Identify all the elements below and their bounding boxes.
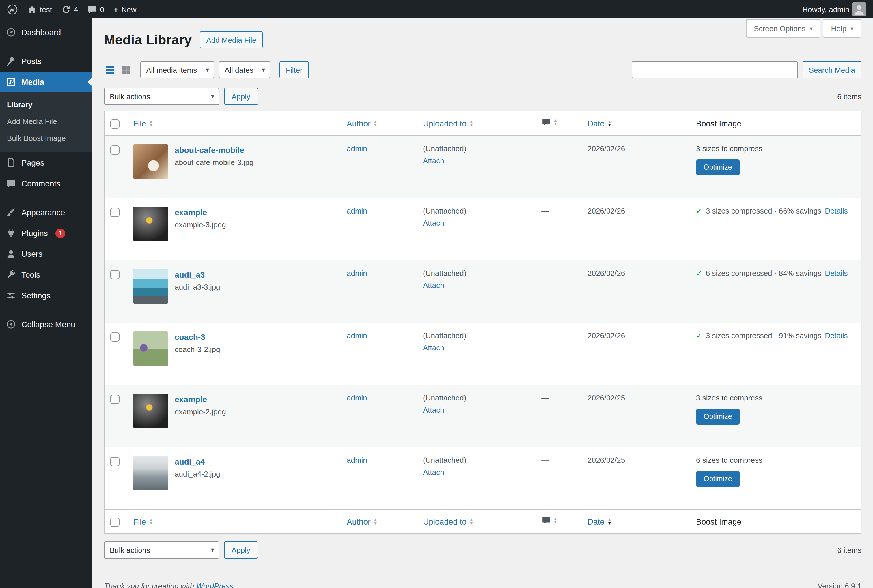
updates-menu[interactable]: 4 <box>61 0 78 18</box>
author-link[interactable]: admin <box>347 331 367 340</box>
sort-arrows-icon: ▲▼ <box>553 517 557 524</box>
media-thumbnail[interactable] <box>133 144 168 179</box>
attach-link[interactable]: Attach <box>423 343 444 352</box>
media-thumbnail[interactable] <box>133 331 168 366</box>
attach-link[interactable]: Attach <box>423 218 444 227</box>
pages-icon <box>6 158 16 168</box>
media-title-link[interactable]: audi_a4 <box>175 457 220 466</box>
sidebar-item-users[interactable]: Users <box>0 243 92 264</box>
media-thumbnail[interactable] <box>133 393 168 428</box>
sidebar-item-media[interactable]: Media <box>0 72 92 92</box>
grid-view-icon[interactable] <box>120 64 132 76</box>
sidebar-item-library[interactable]: Library <box>0 96 92 113</box>
details-link[interactable]: Details <box>825 331 848 340</box>
sidebar-item-pages[interactable]: Pages <box>0 152 92 173</box>
author-link[interactable]: admin <box>347 456 367 464</box>
success-check-icon: ✓ <box>696 206 702 215</box>
help-button[interactable]: Help ▾ <box>823 19 861 38</box>
sidebar-item-add-media-file[interactable]: Add Media File <box>0 113 92 130</box>
details-link[interactable]: Details <box>825 268 848 277</box>
sort-arrows-icon: ▲▼ <box>607 518 612 525</box>
optimize-button[interactable]: Optimize <box>696 408 739 424</box>
admin-sidebar: Dashboard Posts Media Library Add Media … <box>0 18 92 588</box>
sort-arrows-icon: ▲▼ <box>553 119 557 126</box>
media-thumbnail[interactable] <box>133 206 168 241</box>
sort-by-file[interactable]: File ▲▼ <box>133 517 153 526</box>
apply-button[interactable]: Apply <box>224 88 258 105</box>
wordpress-link[interactable]: WordPress <box>196 582 233 588</box>
filter-button[interactable]: Filter <box>279 61 309 78</box>
author-link[interactable]: admin <box>347 206 367 215</box>
search-media-button[interactable]: Search Media <box>802 61 861 78</box>
attach-link[interactable]: Attach <box>423 468 444 476</box>
sort-by-date[interactable]: Date ▲▼ <box>588 517 612 526</box>
attach-link[interactable]: Attach <box>423 281 444 290</box>
media-title-link[interactable]: example <box>175 394 226 404</box>
boost-status: 6 sizes compressed · 84% savings <box>706 268 821 277</box>
sort-by-author[interactable]: Author ▲▼ <box>347 517 377 526</box>
author-link[interactable]: admin <box>347 144 367 153</box>
optimize-button[interactable]: Optimize <box>696 471 739 487</box>
media-title-link[interactable]: example <box>175 207 226 217</box>
sort-by-comments[interactable]: ▲▼ <box>541 118 557 127</box>
select-all-checkbox[interactable] <box>110 518 120 526</box>
tablenav-bottom: Bulk actions ▾ Apply 6 items <box>104 541 861 559</box>
attach-link[interactable]: Attach <box>423 156 444 165</box>
apply-button[interactable]: Apply <box>224 541 258 559</box>
author-link[interactable]: admin <box>347 268 367 277</box>
sidebar-item-plugins[interactable]: Plugins 1 <box>0 223 92 243</box>
table-footer: File ▲▼ Author ▲▼ Uploaded to ▲▼ ▲▼ Date… <box>104 509 861 534</box>
row-checkbox[interactable] <box>110 332 120 341</box>
footer-version: Version 6.9.1 <box>817 582 861 588</box>
sidebar-item-label: Collapse Menu <box>21 320 75 329</box>
uploaded-to-status: (Unattached) <box>423 393 530 402</box>
media-title-link[interactable]: about-cafe-mobile <box>175 146 254 154</box>
menu-separator <box>0 306 92 314</box>
date-filter[interactable]: All dates <box>219 61 270 78</box>
sidebar-item-posts[interactable]: Posts <box>0 51 92 72</box>
sort-by-comments[interactable]: ▲▼ <box>541 516 557 525</box>
sidebar-item-dashboard[interactable]: Dashboard <box>0 22 92 43</box>
sidebar-item-settings[interactable]: Settings <box>0 285 92 306</box>
my-account-menu[interactable]: Howdy, admin <box>802 2 866 16</box>
details-link[interactable]: Details <box>825 206 848 215</box>
new-content-menu[interactable]: + New <box>113 0 137 18</box>
sidebar-item-comments[interactable]: Comments <box>0 173 92 194</box>
sort-by-uploaded-to[interactable]: Uploaded to ▲▼ <box>423 118 473 128</box>
sort-by-author[interactable]: Author ▲▼ <box>347 118 377 128</box>
sort-by-uploaded-to[interactable]: Uploaded to ▲▼ <box>423 517 473 526</box>
row-checkbox[interactable] <box>110 270 120 279</box>
media-type-filter[interactable]: All media items <box>140 61 214 78</box>
author-link[interactable]: admin <box>347 393 367 402</box>
optimize-button[interactable]: Optimize <box>696 159 739 176</box>
media-title-link[interactable]: audi_a3 <box>175 270 220 279</box>
site-name-menu[interactable]: test <box>27 0 52 18</box>
sidebar-item-tools[interactable]: Tools <box>0 264 92 285</box>
media-thumbnail[interactable] <box>133 456 168 490</box>
media-title-link[interactable]: coach-3 <box>175 332 220 341</box>
list-view-icon[interactable] <box>104 64 116 76</box>
sidebar-item-label: Media <box>21 77 44 87</box>
row-checkbox[interactable] <box>110 457 120 466</box>
bulk-actions-select[interactable]: Bulk actions <box>104 88 219 105</box>
comments-menu[interactable]: 0 <box>87 0 104 18</box>
row-checkbox[interactable] <box>110 207 120 217</box>
add-media-file-button[interactable]: Add Media File <box>200 31 262 48</box>
sidebar-item-bulk-boost-image[interactable]: Bulk Boost Image <box>0 130 92 147</box>
upload-date: 2026/02/25 <box>588 393 625 402</box>
row-checkbox[interactable] <box>110 146 120 154</box>
wordpress-logo-menu[interactable] <box>7 0 18 18</box>
bulk-actions-select[interactable]: Bulk actions <box>104 541 219 559</box>
collapse-menu-button[interactable]: Collapse Menu <box>0 314 92 334</box>
select-all-checkbox[interactable] <box>110 119 120 128</box>
sort-by-date[interactable]: Date ▲▼ <box>588 118 612 128</box>
sidebar-item-appearance[interactable]: Appearance <box>0 202 92 223</box>
attach-link[interactable]: Attach <box>423 405 444 414</box>
tools-icon <box>6 270 16 280</box>
boost-status: 3 sizes to compress <box>696 393 855 402</box>
row-checkbox[interactable] <box>110 394 120 404</box>
sort-by-file[interactable]: File ▲▼ <box>133 118 153 128</box>
media-thumbnail[interactable] <box>133 268 168 303</box>
screen-options-button[interactable]: Screen Options ▾ <box>746 19 820 38</box>
search-input[interactable] <box>632 61 798 78</box>
